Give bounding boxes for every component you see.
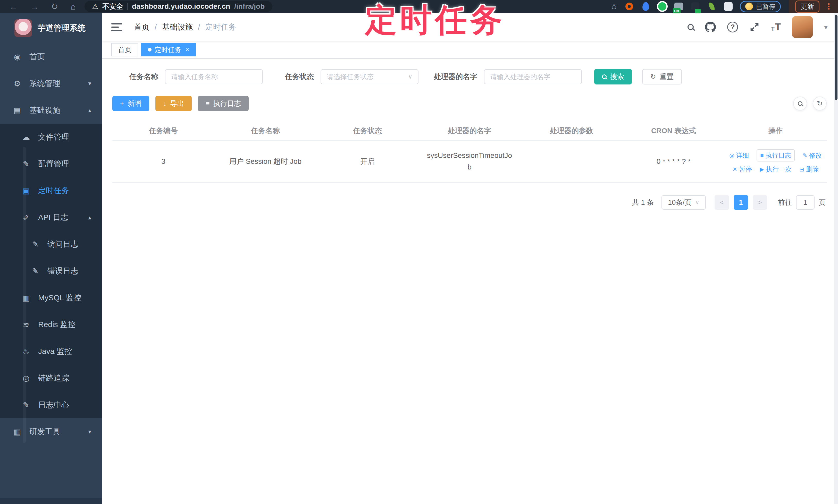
home-icon[interactable]: ⌂ [71,2,76,11]
action-delete[interactable]: ⊟删除 [799,165,819,174]
breadcrumb-separator: / [198,23,200,32]
scrollbar-thumb[interactable] [835,15,837,100]
font-size-icon[interactable]: TT [771,22,781,32]
security-label: 不安全 [102,2,123,11]
sidebar-item-log-center[interactable]: ✎ 日志中心 [0,392,102,418]
page-scrollbar[interactable] [834,13,838,504]
fullscreen-icon[interactable] [749,22,760,32]
goto-label: 前往 [778,198,792,207]
sidebar-bottom-strip [0,498,102,504]
sidebar-item-infrastructure[interactable]: ▤ 基础设施 ▴ [0,97,102,124]
profile-paused-chip[interactable]: 已暂停 [740,1,781,12]
action-edit[interactable]: ✎修改 [802,151,822,160]
chevron-up-icon: ▴ [88,107,91,114]
update-button[interactable]: 更新 [795,1,819,13]
reset-button[interactable]: ↻ 重置 [642,69,682,85]
sidebar-item-trace[interactable]: ◎ 链路追踪 [0,365,102,392]
chevron-down-icon: ▾ [88,428,91,435]
page-size-select[interactable]: 10条/页 ∨ [662,195,706,210]
job-name-input[interactable] [165,69,263,84]
sidebar-item-redis-monitor[interactable]: ≋ Redis 监控 [0,311,102,338]
edit-icon: ✎ [802,153,807,158]
sidebar-item-config-management[interactable]: ✎ 配置管理 [0,150,102,177]
close-icon[interactable]: × [186,46,189,53]
tab-home[interactable]: 首页 [111,43,138,56]
help-icon[interactable]: ? [727,22,738,33]
search-button[interactable]: 搜索 [594,69,632,85]
search-icon[interactable] [687,24,694,30]
content: 任务名称 任务状态 请选择任务状态 ∨ 处理器的名字 搜索 ↻ 重置 [102,59,838,210]
extension-blue-icon[interactable] [641,2,651,11]
breadcrumb-home[interactable]: 首页 [134,22,150,33]
sidebar-item-system-management[interactable]: ⚙ 系统管理 ▾ [0,70,102,97]
extension-green-icon[interactable] [657,2,667,11]
goto-group: 前往 页 [778,195,826,210]
chevron-down-icon: ∨ [695,199,699,206]
sidebar-item-java-monitor[interactable]: ♨ Java 监控 [0,338,102,365]
col-handler-params: 处理器的参数 [521,126,623,136]
cell-actions: ◎详细 ≡执行日志 ✎修改 ✕暂停 ▶执行一次 ⊟删除 [724,149,827,174]
action-pause[interactable]: ✕暂停 [733,165,752,174]
row-actions: ◎详细 ≡执行日志 ✎修改 ✕暂停 ▶执行一次 ⊟删除 [724,149,827,174]
refresh-table-button[interactable]: ↻ [813,96,827,110]
total-count: 共 1 条 [632,198,654,207]
avatar-caret-icon[interactable]: ▾ [824,23,828,32]
current-page-button[interactable]: 1 [734,195,748,210]
cell-job-name: 用户 Session 超时 Job [214,157,316,166]
logo-row[interactable]: 芋道管理系统 [0,13,102,43]
reload-icon[interactable]: ↻ [51,2,58,11]
toolbar-row: + 新增 ↓ 导出 ≡ 执行日志 ↻ [112,96,827,111]
hamburger-icon[interactable] [111,23,122,31]
browser-menu-icon[interactable]: ⋮ [825,2,833,11]
exec-log-button[interactable]: ≡ 执行日志 [198,96,249,111]
address-bar[interactable]: ⚠ 不安全 dashboard.yudao.iocoder.cn/infra/j… [85,1,273,12]
page-unit-label: 页 [819,198,826,207]
export-button[interactable]: ↓ 导出 [155,96,192,111]
main-area: 首页 / 基础设施 / 定时任务 ? TT ▾ 首页 定时任 [102,13,838,504]
sidebar-item-file-management[interactable]: ☁ 文件管理 [0,124,102,150]
tab-scheduled-tasks[interactable]: 定时任务 × [141,43,196,56]
sidebar-item-label: MySQL 监控 [38,292,81,303]
bookmark-star-icon[interactable]: ☆ [610,2,618,11]
jobs-table: 任务编号 任务名称 任务状态 处理器的名字 处理器的参数 CRON 表达式 操作… [112,122,827,183]
sidebar-item-api-log[interactable]: ✐ API 日志 ▴ [0,204,102,231]
avatar[interactable] [792,16,813,38]
plus-icon: + [120,100,124,107]
extensions-puzzle-icon[interactable] [723,2,733,11]
sidebar-item-access-log[interactable]: ✎ 访问日志 [0,231,102,257]
sidebar-item-error-log[interactable]: ✎ 错误日志 [0,257,102,284]
topbar-icons: ? TT ▾ [687,16,828,38]
extension-orange-icon[interactable] [624,2,634,11]
extension-leaf-icon[interactable] [707,2,717,11]
url-host: dashboard.yudao.iocoder.cn [132,2,230,11]
sidebar-item-dashboard[interactable]: ◉ 首页 [0,43,102,70]
green-circle-icon [658,2,666,11]
sidebar-item-label: 链路追踪 [38,373,69,383]
action-run-once[interactable]: ▶执行一次 [760,165,792,174]
list-icon: ≡ [206,100,209,107]
handler-name-input[interactable] [484,69,582,84]
doc-icon: ✎ [30,267,41,275]
next-page-button[interactable]: > [753,195,767,210]
github-icon[interactable] [705,22,716,33]
prev-page-button[interactable]: < [715,195,729,210]
blue-drop-icon [642,2,649,11]
job-status-select[interactable]: 请选择任务状态 ∨ [320,69,418,84]
extension-dark-icon[interactable] [690,2,700,11]
doc-icon: ✎ [30,240,41,249]
sidebar-item-label: 研发工具 [29,427,60,437]
add-button[interactable]: + 新增 [112,96,149,111]
forward-icon[interactable]: → [30,2,39,11]
breadcrumb-infrastructure[interactable]: 基础设施 [162,22,193,33]
sidebar-item-mysql-monitor[interactable]: ▥ MySQL 监控 [0,284,102,311]
back-icon[interactable]: ← [9,2,18,11]
toggle-search-button[interactable] [793,96,807,110]
sidebar-item-label: 系统管理 [29,78,60,89]
goto-page-input[interactable] [796,195,815,210]
action-detail[interactable]: ◎详细 [729,151,749,160]
action-exec-log[interactable]: ≡执行日志 [756,149,795,161]
sidebar-scrollbar[interactable] [23,147,26,443]
sidebar-item-dev-tools[interactable]: ▦ 研发工具 ▾ [0,418,102,445]
sidebar-item-scheduled-tasks[interactable]: ▣ 定时任务 [0,177,102,204]
extension-puzzle-on-icon[interactable]: on [674,2,684,11]
